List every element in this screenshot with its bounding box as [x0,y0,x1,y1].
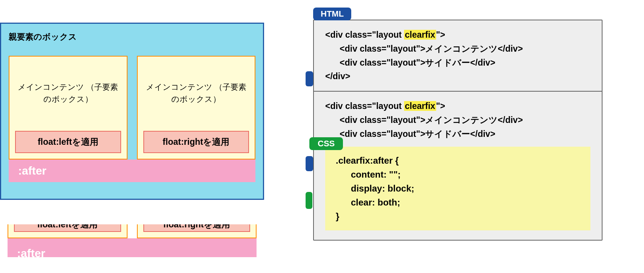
parent-box-title: 親要素のボックス [9,31,255,43]
after-pseudo-bar: :after [9,160,255,182]
children-row: メインコンテンツ （子要素のボックス） float:leftを適用 メインコンテ… [9,56,255,160]
child-box-left-2: float:leftを適用 [8,224,128,238]
html-tab: HTML [313,8,351,20]
child-box-right: メインコンテンツ （子要素のボックス） float:rightを適用 [137,56,256,160]
float-left-badge-2: float:leftを適用 [14,224,121,232]
after-pseudo-bar-2: :after [8,238,257,257]
green-accent-left [306,192,312,209]
clearfix-highlight-2: clearfix [404,101,436,111]
blue-accent-left-2 [306,156,313,171]
second-parent-peek: float:leftを適用 float:rightを適用 :after [8,224,257,257]
child-right-title: メインコンテンツ （子要素のボックス） [143,62,249,105]
diagram-left: 親要素のボックス メインコンテンツ （子要素のボックス） float:leftを… [0,23,264,273]
html-code-1: <div class="layout clearfix"> <div class… [314,20,602,91]
parent-element-box: 親要素のボックス メインコンテンツ （子要素のボックス） float:leftを… [0,23,264,200]
blue-accent-left-1 [306,71,313,86]
html-code-box-1: <div class="layout clearfix"> <div class… [313,20,603,241]
child-box-left: メインコンテンツ （子要素のボックス） float:leftを適用 [9,56,128,160]
float-right-badge-2: float:rightを適用 [143,224,251,232]
float-left-badge: float:leftを適用 [15,131,121,153]
css-tab: CSS [309,137,343,150]
code-panels: HTML <div class="layout clearfix"> <div … [313,8,603,273]
float-right-badge: float:rightを適用 [143,131,249,153]
child-left-title: メインコンテンツ （子要素のボックス） [15,62,121,105]
clearfix-highlight-1: clearfix [404,30,436,40]
html-code-2: <div class="layout clearfix"> <div class… [314,92,602,141]
child-box-right-2: float:rightを適用 [137,224,257,238]
css-code-block: .clearfix:after { content: ""; display: … [325,147,590,230]
